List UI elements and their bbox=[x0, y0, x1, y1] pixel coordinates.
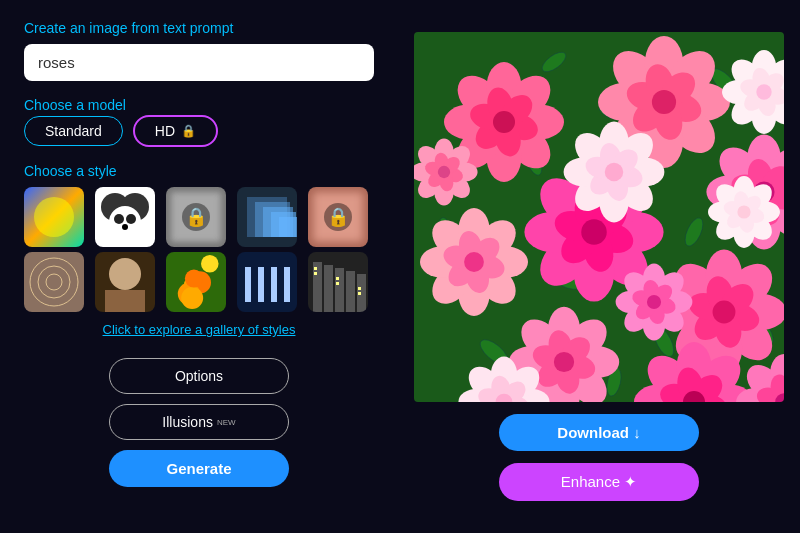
style-thumb-3[interactable]: 🔒 bbox=[166, 187, 226, 247]
prompt-input[interactable] bbox=[24, 44, 374, 81]
style-thumb-5[interactable]: 🔒 bbox=[308, 187, 368, 247]
model-section: Choose a model Standard HD 🔒 bbox=[24, 97, 374, 147]
generate-button[interactable]: Generate bbox=[109, 450, 289, 487]
styles-grid: 🔒 🔒 bbox=[24, 187, 374, 312]
explore-styles-link[interactable]: Click to explore a gallery of styles bbox=[103, 322, 296, 337]
enhance-button[interactable]: Enhance ✦ bbox=[499, 463, 699, 501]
left-panel: Create an image from text prompt Choose … bbox=[0, 0, 398, 533]
styles-label: Choose a style bbox=[24, 163, 374, 179]
standard-model-btn[interactable]: Standard bbox=[24, 116, 123, 146]
hd-model-btn[interactable]: HD 🔒 bbox=[133, 115, 218, 147]
new-badge: NEW bbox=[217, 418, 236, 427]
style-thumb-10[interactable] bbox=[308, 252, 368, 312]
lock-overlay-5: 🔒 bbox=[324, 203, 352, 231]
style-thumb-7[interactable] bbox=[95, 252, 155, 312]
generated-image bbox=[414, 32, 784, 402]
prompt-label: Create an image from text prompt bbox=[24, 20, 374, 36]
options-button[interactable]: Options bbox=[109, 358, 289, 394]
style-thumb-9[interactable] bbox=[237, 252, 297, 312]
style-thumb-6[interactable] bbox=[24, 252, 84, 312]
download-button[interactable]: Download ↓ bbox=[499, 414, 699, 451]
right-panel: Download ↓ Enhance ✦ bbox=[398, 0, 800, 533]
style-thumb-4[interactable] bbox=[237, 187, 297, 247]
styles-section: Choose a style 🔒 🔒 bbox=[24, 163, 374, 338]
lock-overlay-3: 🔒 bbox=[182, 203, 210, 231]
lock-icon: 🔒 bbox=[181, 124, 196, 138]
style-thumb-8[interactable] bbox=[166, 252, 226, 312]
prompt-section: Create an image from text prompt bbox=[24, 20, 374, 81]
illusions-button[interactable]: IllusionsNEW bbox=[109, 404, 289, 440]
style-thumb-2[interactable] bbox=[95, 187, 155, 247]
model-row: Standard HD 🔒 bbox=[24, 115, 374, 147]
style-thumb-1[interactable] bbox=[24, 187, 84, 247]
model-label: Choose a model bbox=[24, 97, 374, 113]
action-buttons: Options IllusionsNEW Generate bbox=[24, 358, 374, 487]
